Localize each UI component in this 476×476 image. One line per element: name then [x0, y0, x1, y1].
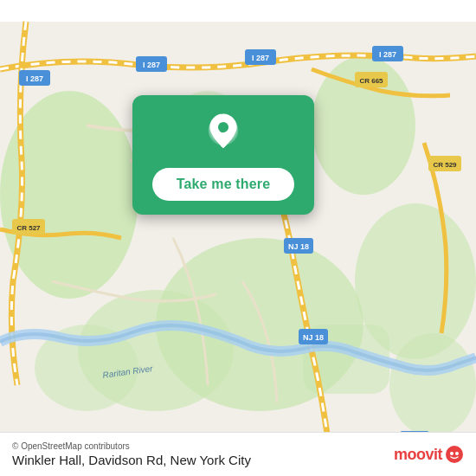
moovit-logo-text: moovit — [394, 446, 442, 464]
moovit-face-icon — [445, 445, 464, 464]
bottom-bar-info: © OpenStreetMap contributors Winkler Hal… — [12, 441, 251, 467]
svg-text:CR 529: CR 529 — [433, 161, 457, 169]
svg-text:I 287: I 287 — [252, 54, 269, 62]
location-pin-icon — [201, 111, 246, 156]
map-background: I 287 I 287 I 287 I 287 NJ 18 NJ 18 NJ 2… — [0, 0, 476, 476]
take-me-there-button[interactable]: Take me there — [152, 168, 295, 201]
svg-text:I 287: I 287 — [379, 50, 396, 59]
bottom-bar: © OpenStreetMap contributors Winkler Hal… — [0, 432, 476, 476]
svg-text:I 287: I 287 — [143, 61, 160, 69]
map-container: I 287 I 287 I 287 I 287 NJ 18 NJ 18 NJ 2… — [0, 0, 476, 476]
svg-text:NJ 18: NJ 18 — [288, 242, 309, 251]
moovit-logo: moovit — [394, 445, 464, 464]
svg-text:CR 527: CR 527 — [16, 224, 41, 232]
svg-point-34 — [218, 122, 228, 132]
svg-point-35 — [446, 446, 463, 463]
svg-point-9 — [389, 333, 476, 437]
svg-point-36 — [450, 452, 453, 455]
svg-text:CR 665: CR 665 — [359, 77, 383, 85]
osm-attribution: © OpenStreetMap contributors — [12, 441, 251, 451]
location-card: Take me there — [132, 95, 314, 215]
svg-text:I 287: I 287 — [26, 74, 43, 83]
svg-text:NJ 18: NJ 18 — [303, 333, 324, 342]
location-label: Winkler Hall, Davidson Rd, New York City — [12, 453, 251, 467]
svg-point-37 — [455, 452, 459, 455]
